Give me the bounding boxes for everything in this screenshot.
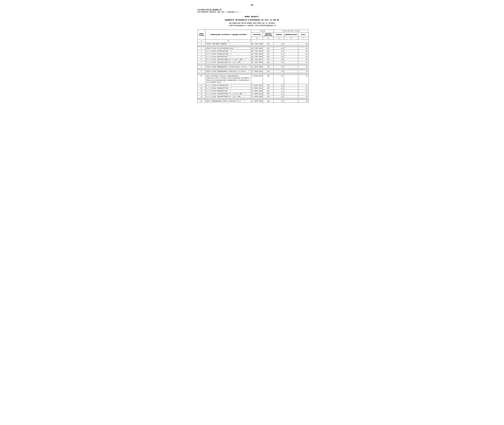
row-mat-code: 89 7309 9897	[251, 58, 263, 61]
row-name: В,Т,4,СТАЛЬ МЕЛКОСОРТНАЯ Т	[205, 55, 251, 58]
row-indiv: -	[284, 50, 298, 53]
row-mat-code: 89 7309 9894	[251, 55, 263, 58]
row-unit-code: 168	[263, 61, 273, 64]
table-row: 12 В,Т,4,СТАЛЬ СРЕДНЕСОРТНАЯ Т 12 9999 8…	[198, 87, 309, 90]
row-indiv: -	[284, 92, 298, 95]
main-title: ВЕДОМОСТЬ ПОТРЕБНОСТИ В МАТЕРИАЛАХ ПО ГО…	[198, 19, 307, 21]
row-mat-code: 12 9999 8992	[251, 90, 263, 92]
table-row: 1 ПРОКАТ ЛИСТОВОЙ РЯДОВОЙ Т 89 7309 9890…	[198, 42, 309, 45]
row-unit-code: 168	[263, 84, 273, 87]
row-unit-code: 168	[263, 95, 273, 98]
row-mat-code: 89 7309 9893	[251, 53, 263, 55]
table-row: 15 В,Т,4,СТАЛЬ ТОНКОЛИСТОВАЯ ОТ 1 ДО 1,8…	[198, 95, 309, 98]
row-mat-code: 12 9999 8998	[251, 100, 263, 102]
row-name: ВСЕГО СОРТОВОГО ПРОКАТА ОБЫКНОВЕННОГО КА…	[205, 75, 251, 84]
row-total: ,84	[298, 47, 309, 50]
row-total: ,84	[298, 42, 309, 45]
separator-row: ========================================…	[198, 64, 309, 66]
row-unit-code: 168	[263, 87, 273, 90]
row-total: ,01	[298, 84, 309, 87]
row-unit-code: 168	[263, 92, 273, 95]
row-name: В,Т,4,СТАЛЬ ТОНКОЛИСТОВАЯ ОТ 1 ДО 1,8ММ …	[205, 61, 251, 64]
col-header-indiv: ИНДИВИДУАЛЬНЫХ	[284, 33, 298, 37]
col-num-4: 4	[263, 37, 273, 40]
col-num-1: 1	[198, 40, 205, 42]
row-num: 1	[198, 42, 205, 45]
row-typical: ,01	[273, 84, 284, 87]
row-typical: ,01	[273, 53, 284, 55]
row-mat-code: 12 9999 8894	[251, 70, 263, 73]
row-typical: ,04	[273, 100, 284, 102]
row-total: ,01	[298, 87, 309, 90]
row-typical: ,01	[273, 92, 284, 95]
row-indiv: -	[284, 70, 298, 73]
row-num: 2	[198, 47, 205, 50]
row-num: 3	[198, 50, 205, 53]
row-num: 11	[198, 84, 205, 87]
table-row: 13 В,Т,4,СТАЛЬ МЕЛКОСОРТНАЯ Т 12 9999 89…	[198, 90, 309, 92]
row-mat-code: 12 9999 8993	[251, 84, 263, 87]
row-unit-code: 168	[263, 58, 273, 61]
row-total: ,01	[298, 61, 309, 64]
row-unit-code: 168	[263, 66, 273, 68]
row-typical: ,01	[273, 50, 284, 53]
row-indiv: -	[284, 47, 298, 50]
row-typical: ,01	[273, 90, 284, 92]
doc-ref-line2: ПРОГРАММНЫЙ КОМПЛЕКС АВС-350 ( РЕДАКЦИЯ …	[198, 11, 307, 13]
table-row: 5 В,Т,4,СТАЛЬ МЕЛКОСОРТНАЯ Т 89 7309 989…	[198, 55, 309, 58]
header-row-col-numbers: 1 2	[198, 40, 309, 42]
row-total: ,01	[298, 95, 309, 98]
row-mat-code: 89 7309 9890	[251, 42, 263, 45]
row-indiv: -	[284, 87, 298, 90]
row-name: В,Т,4,СТАЛЬ МЕЛКОСОРТНАЯ Т	[205, 90, 251, 92]
row-unit-code: 168	[263, 90, 273, 92]
table-row: 6 В,Т,4,СТАЛЬ ТОНКОЛИСТОВАЯ ОТ 1,9 ДО 3,…	[198, 58, 309, 61]
row-num: 16	[198, 100, 205, 102]
row-total: ,01	[298, 58, 309, 61]
sub-title-line2: ,ЭЛЕКТРООСВЕЩЕНИЕ И СИЛОВОЕ ЭЛЕКТРООБОРУ…	[198, 25, 307, 27]
row-typical: ,04	[273, 75, 284, 84]
table-row: 7 В,Т,4,СТАЛЬ ТОНКОЛИСТОВАЯ ОТ 1 ДО 1,8М…	[198, 61, 309, 64]
sub-title-line1: ПАССАЖИРСКАЯ АВТОСТАНЦИЯ ВМЕСТИМОСТЬЮ 10…	[198, 22, 307, 25]
row-mat-code: 89 7309 9892	[251, 50, 263, 53]
col-num-6: 6	[284, 37, 298, 40]
row-num: 14	[198, 92, 205, 95]
table-row: 4 В,Т,4,СТАЛЬ СРЕДНЕСОРТНАЯ Т 89 7309 98…	[198, 53, 309, 55]
row-typical: ,01	[273, 55, 284, 58]
row-typical: ,01	[273, 95, 284, 98]
row-typical: ,04	[273, 70, 284, 73]
col-nums-rest	[251, 40, 309, 42]
col-header-kol-group: К О Л И Ч Е С Т В О	[273, 30, 309, 33]
row-num: 6	[198, 58, 205, 61]
row-name: ВСЕГО СТАЛИ ПРИВЕДЕННОЙ К КЛАССАМ А1 И С…	[205, 70, 251, 73]
row-num: 9	[198, 70, 205, 73]
col-header-kod-group: К О Д	[251, 30, 273, 33]
row-total: ,01	[298, 53, 309, 55]
col-num-3: 3	[251, 37, 263, 40]
row-mat-code: 89 7309 9891	[251, 47, 263, 50]
row-name: ИТОГО СТАЛИ В НАТУРАЛЬНОЙ МАССЕ Т	[205, 47, 251, 50]
row-unit-code: 168	[263, 47, 273, 50]
row-total: ,04	[298, 66, 309, 68]
table-row: 10 ВСЕГО СОРТОВОГО ПРОКАТА ОБЫКНОВЕННОГО…	[198, 75, 309, 84]
row-name: В,Т,4,СТАЛЬ ТОНКОЛИСТОВАЯ ОТ 1,9 ДО 3,9М…	[205, 58, 251, 61]
row-mat-code: 12 9999 8991	[251, 87, 263, 90]
col-header-num: НОМЕР СТРОКИ	[198, 30, 205, 40]
col-num-5: 5	[273, 37, 284, 40]
row-num: 12	[198, 87, 205, 90]
row-unit-code: 168	[263, 75, 273, 84]
row-total: ,04	[298, 70, 309, 73]
row-typical: ,01	[273, 87, 284, 90]
row-name: В,Т,4,СТАЛЬ ТОНКОЛИСТОВАЯ ОТ 1 ДО 1,8ММ …	[205, 95, 251, 98]
col-num-2: 2	[205, 40, 251, 42]
row-indiv: -	[284, 84, 298, 87]
row-typical: ,01	[273, 58, 284, 61]
row-name: ПРОКАТ ЛИСТОВОЙ РЯДОВОЙ Т	[205, 42, 251, 45]
row-name: ИТОГО СТАЛИ ПРИВЕДЕННОЙ К СТАЛИ КЛАССА С…	[205, 66, 251, 68]
doc-ref-line1: Т.П.503-5-32.87 Альбом УI	[198, 8, 307, 11]
separator-row: ========================================…	[198, 68, 309, 70]
row-typical: ,84	[273, 42, 284, 45]
row-indiv: -	[284, 75, 298, 84]
row-indiv: -	[284, 53, 298, 55]
row-num: 10	[198, 75, 205, 84]
